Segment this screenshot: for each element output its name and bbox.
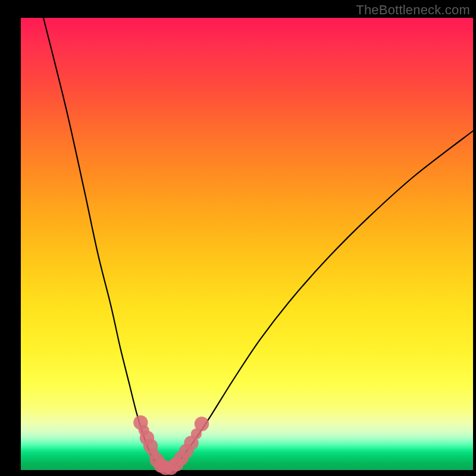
watermark-text: TheBottleneck.com xyxy=(356,2,470,18)
left-curve xyxy=(43,18,161,468)
plot-area xyxy=(21,18,473,470)
marker-group xyxy=(133,415,209,475)
right-curve xyxy=(170,131,473,468)
chart-svg xyxy=(21,18,473,470)
outer-frame: TheBottleneck.com xyxy=(0,0,476,476)
marker-dot xyxy=(195,416,209,431)
